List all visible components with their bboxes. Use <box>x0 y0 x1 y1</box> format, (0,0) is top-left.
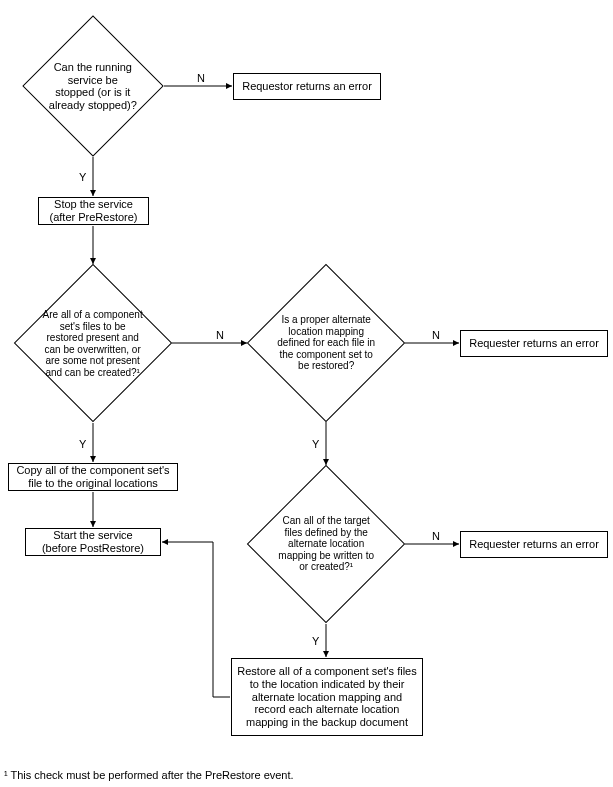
edge-label-n: N <box>432 329 440 341</box>
decision-can-service-stop: Can the running service be stopped (or i… <box>22 15 163 156</box>
process-text: Restore all of a component set's files t… <box>236 665 418 728</box>
process-text: Copy all of the component set's file to … <box>13 464 173 489</box>
decision-files-present: Are all of a component set's files to be… <box>14 264 172 422</box>
process-start-service: Start the service (before PostRestore) <box>25 528 161 556</box>
decision-text: Is a proper alternate location mapping d… <box>275 314 377 372</box>
decision-alt-location-defined: Is a proper alternate location mapping d… <box>247 264 405 422</box>
edge-label-y: Y <box>79 171 86 183</box>
process-stop-service: Stop the service (after PreRestore) <box>38 197 149 225</box>
decision-text: Can the running service be stopped (or i… <box>48 61 138 112</box>
process-restore-alt-locations: Restore all of a component set's files t… <box>231 658 423 736</box>
edge-label-n: N <box>432 530 440 542</box>
decision-text: Are all of a component set's files to be… <box>42 309 144 378</box>
process-text: Start the service (before PostRestore) <box>42 529 144 554</box>
process-requester-error-2: Requester returns an error <box>460 330 608 357</box>
process-text: Requester returns an error <box>469 337 599 350</box>
edge-label-y: Y <box>312 635 319 647</box>
process-text: Requester returns an error <box>469 538 599 551</box>
process-requester-error-3: Requester returns an error <box>460 531 608 558</box>
process-text: Requestor returns an error <box>242 80 372 93</box>
footnote-text: ¹ This check must be performed after the… <box>4 769 294 781</box>
process-requestor-error-1: Requestor returns an error <box>233 73 381 100</box>
edge-label-n: N <box>216 329 224 341</box>
process-copy-originals: Copy all of the component set's file to … <box>8 463 178 491</box>
edge-label-n: N <box>197 72 205 84</box>
edge-label-y: Y <box>312 438 319 450</box>
process-text: Stop the service (after PreRestore) <box>49 198 137 223</box>
decision-text: Can all of the target files defined by t… <box>275 515 377 573</box>
edge-label-y: Y <box>79 438 86 450</box>
decision-targets-writable: Can all of the target files defined by t… <box>247 465 405 623</box>
